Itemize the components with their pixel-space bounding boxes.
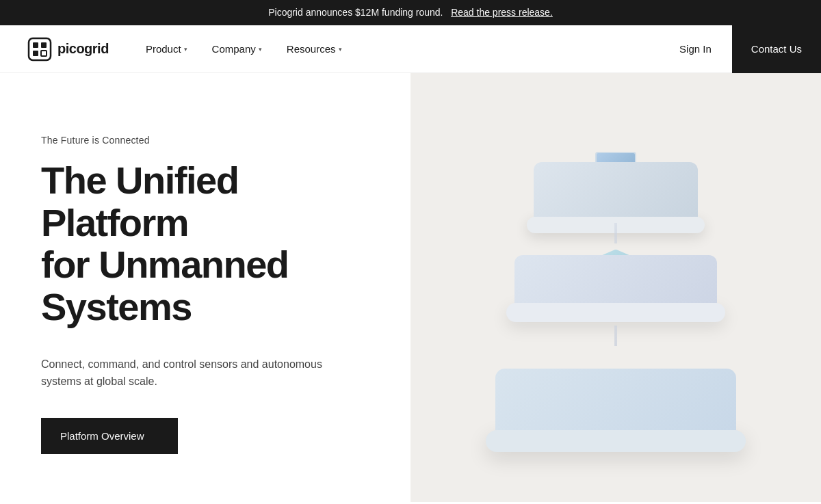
nav-item-company[interactable]: Company ▾ [203,38,272,60]
resources-chevron-icon: ▾ [339,46,342,53]
hero-section: The Future is Connected The Unified Plat… [0,73,821,502]
hero-title: The Unified Platform for Unmanned System… [41,159,369,328]
nav-company-label: Company [212,43,256,55]
platform-overview-button[interactable]: Platform Overview [41,418,178,454]
announcement-bar: Picogrid announces $12M funding round. R… [0,0,821,25]
nav-item-product[interactable]: Product ▾ [136,38,197,60]
nav-product-label: Product [146,43,181,55]
nav-links: Product ▾ Company ▾ Resources ▾ [136,38,670,60]
logo[interactable]: picogrid [27,37,109,62]
svg-rect-3 [33,51,38,56]
svg-rect-4 [41,51,47,56]
layer-top [527,124,705,233]
logo-icon [27,37,52,62]
nav-item-resources[interactable]: Resources ▾ [277,38,352,60]
nav-resources-label: Resources [287,43,336,55]
sign-in-button[interactable]: Sign In [670,38,721,60]
navbar: picogrid Product ▾ Company ▾ Resources ▾… [0,25,821,73]
nav-right: Sign In Contact Us [670,25,794,73]
hero-description: Connect, command, and control sensors an… [41,356,342,390]
platform-stack [486,124,746,452]
contact-us-button[interactable]: Contact Us [732,25,821,73]
layer-bottom [486,343,746,452]
hero-content: The Future is Connected The Unified Plat… [0,73,410,502]
svg-rect-2 [41,42,47,48]
product-chevron-icon: ▾ [184,46,187,53]
hero-illustration [410,73,821,502]
announcement-link[interactable]: Read the press release. [451,7,553,18]
company-chevron-icon: ▾ [259,46,262,53]
platform-bottom-surface [486,430,746,452]
illustration-container [458,110,773,466]
svg-rect-1 [33,42,38,48]
logo-text: picogrid [57,41,109,57]
layer-mid [506,240,725,322]
hero-subtitle: The Future is Connected [41,135,369,146]
svg-rect-0 [29,38,51,60]
announcement-text: Picogrid announces $12M funding round. [268,7,443,18]
platform-mid-surface [506,303,725,322]
